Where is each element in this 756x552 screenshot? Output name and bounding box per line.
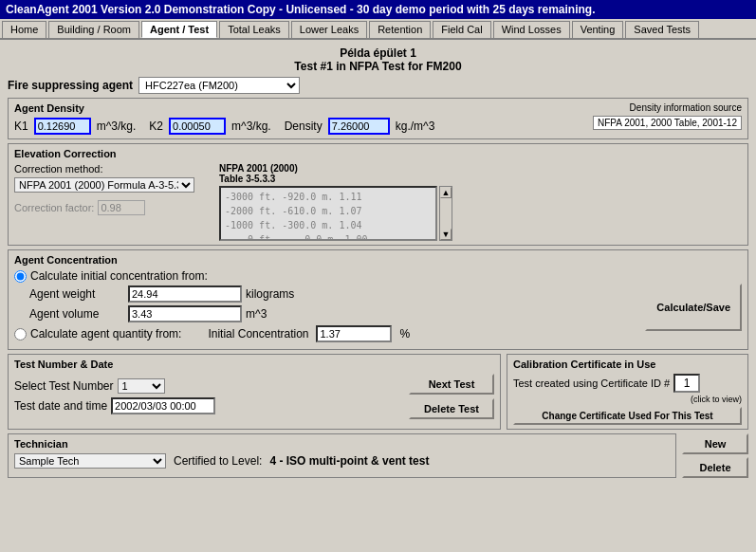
- delete-button[interactable]: Delete: [682, 457, 748, 478]
- certified-label: Certified to Level:: [174, 454, 262, 468]
- elevation-title: Elevation Correction: [14, 148, 742, 159]
- tab-lower-leaks[interactable]: Lower Leaks: [291, 21, 367, 38]
- test-date-input[interactable]: [111, 397, 215, 414]
- density-label: Density: [285, 120, 323, 133]
- concentration-left: Calculate initial concentration from: Ag…: [14, 269, 637, 345]
- tab-home[interactable]: Home: [2, 21, 46, 38]
- technician-select[interactable]: Sample Tech: [14, 453, 166, 469]
- k1-unit: m^3/kg.: [97, 120, 137, 133]
- tab-total-leaks[interactable]: Total Leaks: [219, 21, 289, 38]
- tab-bar: Home Building / Room Agent / Test Total …: [0, 19, 756, 40]
- table-label: NFPA 2001 (2000) Table 3-5.3.3: [219, 163, 452, 184]
- k1-label: K1: [14, 120, 28, 133]
- tab-venting[interactable]: Venting: [572, 21, 624, 38]
- radio1-label: Calculate initial concentration from:: [30, 269, 208, 283]
- weight-label: Agent weight: [29, 287, 124, 301]
- calibration-section: Calibration Certificate in Use Test crea…: [507, 354, 748, 430]
- elevation-section: Elevation Correction Correction method: …: [8, 143, 748, 246]
- k2-label: K2: [149, 120, 163, 133]
- header-line1: Példa épület 1: [8, 46, 748, 60]
- scrollbar-up[interactable]: ▲: [440, 187, 452, 198]
- weight-row: Agent weight kilograms: [29, 285, 637, 303]
- radio2-input[interactable]: [14, 328, 27, 340]
- agent-density-section: Agent Density K1 m^3/kg. K2 m^3/kg. Dens…: [8, 98, 748, 139]
- cert-id-row: Test created using Certificate ID # 1: [513, 374, 742, 393]
- test-number-section: Test Number & Date Select Test Number 1 …: [8, 354, 501, 430]
- correction-method-select[interactable]: NFPA 2001 (2000) Formula A-3-5.3.3: [14, 177, 194, 193]
- delete-test-button[interactable]: Delete Test: [409, 398, 494, 419]
- fire-agent-select[interactable]: HFC227ea (FM200): [138, 77, 300, 94]
- header-info: Példa épület 1 Test #1 in NFPA Test for …: [8, 44, 748, 77]
- radio2-row: Calculate agent quantity from: Initial C…: [14, 325, 637, 342]
- density-unit: kg./m^3: [396, 120, 435, 133]
- test-number-title: Test Number & Date: [14, 359, 494, 370]
- change-cert-button[interactable]: Change Certificate Used For This Test: [513, 407, 742, 425]
- tab-retention[interactable]: Retention: [369, 21, 431, 38]
- calibration-title: Calibration Certificate in Use: [513, 359, 742, 370]
- main-content: Példa épület 1 Test #1 in NFPA Test for …: [0, 40, 756, 482]
- click-to-view: (click to view): [513, 395, 742, 404]
- scrollbar-down[interactable]: ▼: [440, 229, 452, 240]
- volume-unit: m^3: [246, 307, 267, 321]
- select-test-label: Select Test Number: [14, 379, 114, 393]
- conc-input[interactable]: [316, 325, 392, 342]
- weight-input[interactable]: [128, 285, 242, 303]
- new-button[interactable]: New: [682, 433, 748, 454]
- elevation-table: -3000 ft. -920.0 m. 1.11 -2000 ft. -610.…: [219, 186, 437, 241]
- tab-building-room[interactable]: Building / Room: [48, 21, 139, 38]
- agent-concentration-title: Agent Concentration: [14, 254, 742, 266]
- elevation-row: Correction method: NFPA 2001 (2000) Form…: [14, 163, 742, 241]
- radio1-row: Calculate initial concentration from:: [14, 269, 637, 283]
- elevation-right: NFPA 2001 (2000) Table 3-5.3.3 -3000 ft.…: [219, 163, 452, 241]
- correction-method-label: Correction method:: [14, 163, 204, 175]
- correction-factor-row: Correction factor:: [14, 200, 204, 215]
- technician-section: Technician Sample Tech Certified to Leve…: [8, 433, 676, 478]
- tab-field-cal[interactable]: Field Cal: [433, 21, 490, 38]
- volume-label: Agent volume: [29, 307, 124, 321]
- elevation-table-container: -3000 ft. -920.0 m. 1.11 -2000 ft. -610.…: [219, 186, 452, 241]
- conc-label: Initial Concentration: [208, 327, 308, 340]
- title-text: CleanAgent 2001 Version 2.0 Demonstratio…: [6, 3, 596, 16]
- weight-unit: kilograms: [246, 287, 294, 301]
- technician-title: Technician: [14, 438, 670, 450]
- test-date-row: Test date and time: [14, 397, 401, 414]
- k1-input[interactable]: [34, 118, 91, 135]
- radio2-label: Calculate agent quantity from:: [30, 327, 181, 340]
- title-bar: CleanAgent 2001 Version 2.0 Demonstratio…: [0, 0, 756, 19]
- technician-row: Technician Sample Tech Certified to Leve…: [8, 433, 748, 478]
- elevation-left: Correction method: NFPA 2001 (2000) Form…: [14, 163, 204, 241]
- test-number-layout: Select Test Number 1 Test date and time …: [14, 374, 494, 419]
- density-source-value: NFPA 2001, 2000 Table, 2001-12: [593, 116, 742, 130]
- technician-content: Sample Tech Certified to Level: 4 - ISO …: [14, 453, 670, 469]
- concentration-layout: Calculate initial concentration from: Ag…: [14, 269, 742, 345]
- test-number-left: Select Test Number 1 Test date and time: [14, 378, 401, 414]
- agent-concentration-section: Agent Concentration Calculate initial co…: [8, 249, 748, 350]
- fire-agent-label: Fire suppressing agent: [8, 79, 133, 92]
- bottom-section: Test Number & Date Select Test Number 1 …: [8, 354, 748, 430]
- calc-save-button[interactable]: Calculate/Save: [645, 284, 742, 331]
- k2-unit: m^3/kg.: [231, 120, 271, 133]
- fire-agent-row: Fire suppressing agent HFC227ea (FM200): [8, 77, 748, 94]
- correction-factor-label: Correction factor:: [14, 202, 94, 213]
- cert-label: Test created using Certificate ID #: [513, 377, 670, 389]
- k2-input[interactable]: [169, 118, 226, 135]
- test-date-label: Test date and time: [14, 399, 107, 413]
- next-test-button[interactable]: Next Test: [409, 374, 494, 395]
- tab-agent-test[interactable]: Agent / Test: [141, 21, 217, 38]
- tab-saved-tests[interactable]: Saved Tests: [625, 21, 699, 38]
- calc-save-container: Calculate/Save: [645, 269, 742, 345]
- select-test-row: Select Test Number 1: [14, 378, 401, 394]
- certified-value: 4 - ISO multi-point & vent test: [269, 454, 429, 468]
- header-line2: Test #1 in NFPA Test for FM200: [8, 60, 748, 73]
- tab-wind-losses[interactable]: Wind Losses: [493, 21, 570, 38]
- volume-row: Agent volume m^3: [29, 305, 637, 322]
- test-buttons: Next Test Delete Test: [409, 374, 494, 419]
- conc-unit: %: [399, 327, 410, 340]
- elevation-scrollbar[interactable]: ▲ ▼: [439, 186, 452, 241]
- test-number-select[interactable]: 1: [118, 378, 165, 394]
- volume-input[interactable]: [128, 305, 242, 322]
- cert-id-value[interactable]: 1: [673, 374, 700, 393]
- correction-factor-input[interactable]: [98, 200, 145, 215]
- radio1-input[interactable]: [14, 270, 27, 283]
- density-input[interactable]: [328, 118, 390, 135]
